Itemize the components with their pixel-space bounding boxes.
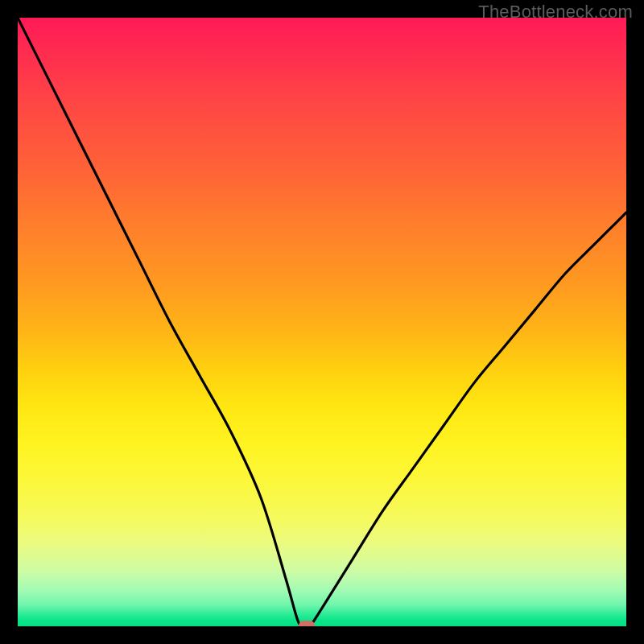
bottleneck-curve [18, 18, 626, 626]
watermark-text: TheBottleneck.com [478, 2, 633, 23]
chart-frame: TheBottleneck.com [0, 0, 644, 644]
curve-layer [18, 18, 626, 626]
optimum-marker [299, 621, 315, 626]
plot-area [18, 18, 626, 626]
